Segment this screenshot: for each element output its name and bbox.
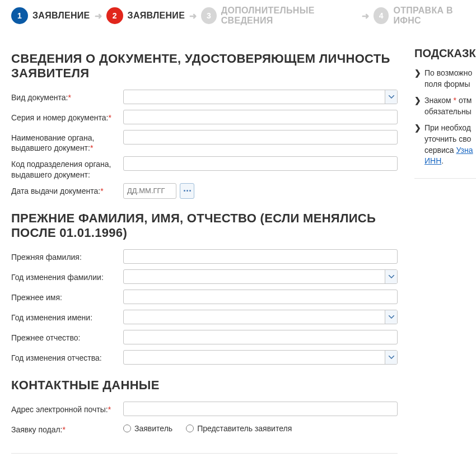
- field-doc-issuer: Наименование органа, выдавшего документ:…: [11, 130, 398, 153]
- label-patr-year: Год изменения отчества:: [11, 350, 123, 363]
- step-circle-4: 4: [374, 7, 389, 24]
- step-1[interactable]: 1 ЗАЯВЛЕНИЕ: [11, 7, 90, 24]
- step-circle-3: 3: [201, 7, 217, 24]
- section-title-previous-names: ПРЕЖНИЕ ФАМИЛИЯ, ИМЯ, ОТЧЕСТВО (ЕСЛИ МЕН…: [11, 211, 398, 240]
- label-submitter: Заявку подал:*: [11, 422, 123, 435]
- chevron-down-icon[interactable]: [385, 270, 397, 283]
- label-email: Адрес электронной почты:*: [11, 402, 123, 414]
- label-doc-code: Код подразделения органа, выдавшего доку…: [11, 156, 123, 179]
- date-picker-button[interactable]: [180, 183, 194, 199]
- stepper: 1 ЗАЯВЛЕНИЕ ➜ 2 ЗАЯВЛЕНИЕ ➜ 3 ДОПОЛНИТЕЛ…: [11, 6, 476, 26]
- radio-input-self[interactable]: [123, 425, 131, 432]
- chevron-right-icon: ➜: [189, 11, 197, 21]
- section-title-contact: КОНТАКТНЫЕ ДАННЫЕ: [11, 378, 398, 393]
- step-circle-2: 2: [106, 7, 123, 24]
- step-circle-1: 1: [11, 7, 28, 24]
- label-name-year: Год изменения имени:: [11, 310, 123, 323]
- input-prev-surname[interactable]: [123, 249, 398, 264]
- label-doc-type: Вид документа:*: [11, 90, 123, 102]
- input-prev-patr[interactable]: [123, 330, 398, 344]
- input-doc-code[interactable]: [123, 156, 398, 171]
- chevron-down-icon[interactable]: [385, 90, 397, 104]
- label-doc-date: Дата выдачи документа:*: [11, 183, 123, 196]
- sidebar-hints: ПОДСКАЗКА ❯ По возможнополя формы ❯ Знак…: [414, 40, 476, 179]
- field-submitter: Заявку подал:* Заявитель Представитель з…: [11, 422, 398, 439]
- radio-label-self: Заявитель: [134, 424, 172, 433]
- link-inn[interactable]: ИНН: [424, 156, 441, 165]
- input-prev-name[interactable]: [123, 290, 398, 304]
- label-surname-year: Год изменения фамилии:: [11, 269, 123, 282]
- field-name-year: Год изменения имени:: [11, 310, 398, 327]
- ellipsis-icon: [184, 190, 191, 192]
- input-doc-issuer[interactable]: [123, 130, 398, 144]
- label-prev-name: Прежнее имя:: [11, 290, 123, 302]
- select-name-year[interactable]: [123, 310, 398, 324]
- step-2[interactable]: 2 ЗАЯВЛЕНИЕ: [106, 7, 185, 24]
- select-doc-type[interactable]: [123, 90, 398, 104]
- step-label-1: ЗАЯВЛЕНИЕ: [32, 11, 90, 21]
- field-doc-code: Код подразделения органа, выдавшего доку…: [11, 156, 398, 179]
- hint-item: ❯ Знаком * отмобязательны: [414, 95, 476, 117]
- sidebar-title: ПОДСКАЗКА: [414, 47, 476, 60]
- field-doc-date: Дата выдачи документа:*: [11, 183, 398, 200]
- step-label-3: ДОПОЛНИТЕЛЬНЫЕ СВЕДЕНИЯ: [221, 6, 357, 26]
- select-patr-year[interactable]: [123, 350, 398, 365]
- step-label-4: ОТПРАВКА В ИФНС: [393, 6, 476, 26]
- section-title-document: СВЕДЕНИЯ О ДОКУМЕНТЕ, УДОСТОВЕРЯЮЩЕМ ЛИЧ…: [11, 52, 398, 81]
- input-doc-series[interactable]: [123, 110, 398, 124]
- chevron-right-icon: ➜: [95, 11, 102, 21]
- hint-item: ❯ При необход уточнить сво сервиса Узна …: [414, 123, 476, 166]
- radio-submitter-rep[interactable]: Представитель заявителя: [186, 424, 292, 433]
- select-surname-year[interactable]: [123, 269, 398, 284]
- input-doc-date[interactable]: [123, 183, 176, 199]
- radio-label-rep: Представитель заявителя: [197, 424, 292, 433]
- field-email: Адрес электронной почты:*: [11, 402, 398, 418]
- label-doc-issuer: Наименование органа, выдавшего документ:…: [11, 130, 123, 153]
- sidebar-divider: [414, 178, 476, 179]
- chevron-right-icon: ➜: [362, 11, 369, 21]
- field-prev-patr: Прежнее отчество:: [11, 330, 398, 347]
- link-service[interactable]: Узна: [456, 146, 473, 155]
- form-column: СВЕДЕНИЯ О ДОКУМЕНТЕ, УДОСТОВЕРЯЮЩЕМ ЛИЧ…: [11, 40, 398, 457]
- chevron-right-icon: ❯: [414, 123, 421, 166]
- label-prev-patr: Прежнее отчество:: [11, 330, 123, 343]
- step-3[interactable]: 3 ДОПОЛНИТЕЛЬНЫЕ СВЕДЕНИЯ: [201, 6, 357, 26]
- chevron-down-icon[interactable]: [385, 310, 397, 324]
- radio-submitter-self[interactable]: Заявитель: [123, 424, 172, 433]
- field-doc-series: Серия и номер документа:*: [11, 110, 398, 127]
- label-doc-series: Серия и номер документа:*: [11, 110, 123, 123]
- label-prev-surname: Прежняя фамилия:: [11, 249, 123, 262]
- field-surname-year: Год изменения фамилии:: [11, 269, 398, 286]
- step-4[interactable]: 4 ОТПРАВКА В ИФНС: [374, 6, 476, 26]
- step-label-2: ЗАЯВЛЕНИЕ: [128, 11, 185, 21]
- radio-input-rep[interactable]: [186, 425, 194, 432]
- field-prev-name: Прежнее имя:: [11, 290, 398, 306]
- divider: [11, 453, 398, 454]
- field-doc-type: Вид документа:*: [11, 90, 398, 106]
- input-email[interactable]: [123, 402, 398, 416]
- field-patr-year: Год изменения отчества:: [11, 350, 398, 367]
- chevron-down-icon[interactable]: [385, 351, 397, 364]
- chevron-right-icon: ❯: [414, 68, 421, 90]
- field-prev-surname: Прежняя фамилия:: [11, 249, 398, 266]
- chevron-right-icon: ❯: [414, 95, 421, 117]
- hint-item: ❯ По возможнополя формы: [414, 68, 476, 90]
